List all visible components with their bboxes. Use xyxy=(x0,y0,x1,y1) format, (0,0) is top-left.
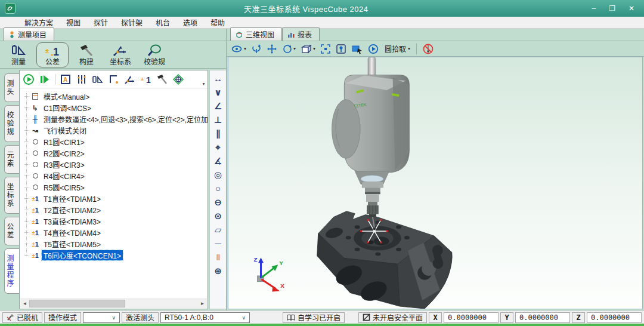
close-button[interactable]: ✕ xyxy=(628,4,634,13)
flatness-icon[interactable]: ▱ xyxy=(212,223,225,236)
ribbon-gauge[interactable]: 校验规 xyxy=(138,42,171,67)
parallelism-icon[interactable]: ∥ xyxy=(212,127,225,140)
menu-probe[interactable]: 探针 xyxy=(87,17,114,28)
minimize-button[interactable]: – xyxy=(592,4,596,13)
tree-item-13[interactable]: ±1T4直径<TDIAM4> xyxy=(22,227,208,238)
menu-machine[interactable]: 机台 xyxy=(149,17,177,28)
ribbon-tolerance[interactable]: ± 1 公差 xyxy=(36,42,69,67)
ribbon-construct[interactable]: 构建 xyxy=(70,42,103,67)
work-plane-icon[interactable] xyxy=(171,72,186,87)
angle-icon[interactable]: ∠ xyxy=(212,100,225,112)
tree-item-4[interactable]: ↝飞行模式关闭 xyxy=(22,125,208,136)
auto-capture-icon[interactable]: A xyxy=(58,72,73,87)
tree-item-15[interactable]: ±1T6同心度<TCONCEN1> xyxy=(22,250,208,261)
tab-measure-project[interactable]: 测量项目 xyxy=(4,27,54,41)
corner-probe-icon[interactable] xyxy=(106,72,122,87)
tol-icon: ±1 xyxy=(30,195,40,202)
pan-move-icon[interactable] xyxy=(265,42,278,56)
op-mode-select[interactable]: ∨ xyxy=(83,312,120,323)
tree-item-2[interactable]: ↳C1回调<MCS> xyxy=(22,102,208,113)
menu-options[interactable]: 选项 xyxy=(177,17,204,28)
cube-view-icon[interactable]: ▾ xyxy=(299,42,317,56)
tol-icon: ±1 xyxy=(30,252,40,259)
locate-pin-icon[interactable] xyxy=(335,42,348,56)
report-icon xyxy=(287,31,295,38)
tree-item-11[interactable]: ±1T2直径<TDIAM2> xyxy=(22,204,208,216)
plus-minus-one-icon[interactable]: ±1 xyxy=(138,72,154,87)
angle-between-icon[interactable]: ∨ xyxy=(212,86,225,99)
axis-y-label: Y xyxy=(279,260,283,266)
tree-item-6[interactable]: R2圆<CIR2> xyxy=(22,147,208,159)
hammer-icon[interactable] xyxy=(154,72,170,87)
tol-icon: ±1 xyxy=(30,218,40,225)
sidetab-elements[interactable]: 元素 xyxy=(4,145,19,174)
measure-tools-icon[interactable] xyxy=(90,72,106,87)
menu-solution[interactable]: 解决方案 xyxy=(18,17,60,28)
window-select-icon[interactable] xyxy=(350,42,364,56)
tree-horizontal-scrollbar[interactable]: ◄ ► xyxy=(20,299,207,308)
mode-icon xyxy=(30,93,40,100)
tree-item-14[interactable]: ±1T5直径<TDIAM5> xyxy=(22,238,208,250)
menu-view[interactable]: 视图 xyxy=(60,17,87,28)
sidetab-coordsys[interactable]: 坐标系 xyxy=(4,177,19,214)
position-icon[interactable]: ⊕ xyxy=(212,265,225,277)
ribbon-measure[interactable]: 测量 xyxy=(2,42,35,67)
magnifier-icon xyxy=(147,44,162,58)
orbit-icon[interactable]: ▾ xyxy=(281,42,297,56)
sidetab-gauge[interactable]: 校验规 xyxy=(4,105,19,142)
menu-help[interactable]: 帮助 xyxy=(204,17,231,28)
axes-arrows-icon xyxy=(113,44,128,58)
scroll-right-icon[interactable]: ► xyxy=(198,301,207,306)
play-circle-icon[interactable] xyxy=(367,42,380,56)
view-eye-icon[interactable]: ▾ xyxy=(230,42,247,56)
tree-item-12[interactable]: ±1T3直径<TDIAM3> xyxy=(22,216,208,227)
maximize-button[interactable]: ❐ xyxy=(609,4,615,13)
circle-icon xyxy=(30,150,40,156)
run-step-icon[interactable] xyxy=(37,72,52,87)
tree-item-9[interactable]: R5圆<CIR5> xyxy=(22,182,208,193)
coord-z-value: 0.0000000 xyxy=(587,312,642,323)
hammer-icon xyxy=(79,44,94,58)
straightness-icon[interactable]: ─ xyxy=(212,237,225,250)
run-program-icon[interactable] xyxy=(21,72,36,87)
runout-icon[interactable]: ⊙ xyxy=(212,210,225,222)
concentricity-icon[interactable]: ◎ xyxy=(212,168,225,181)
scroll-left-icon[interactable]: ◄ xyxy=(20,301,29,306)
perpendicularity-icon[interactable]: ⊥ xyxy=(212,113,225,126)
project-icon xyxy=(9,31,15,38)
distance-icon[interactable]: ↔ xyxy=(212,72,225,85)
position-target-icon[interactable]: ⌖ xyxy=(212,141,225,153)
tree-item-10[interactable]: ±1T1直径<TDIAM1> xyxy=(22,193,208,204)
left-side-tabs: 测头 校验规 元素 坐标系 公差 测量程序 xyxy=(0,70,19,309)
total-runout-icon[interactable]: ⊖ xyxy=(212,196,225,208)
svg-text:A: A xyxy=(63,76,67,83)
scrollbar-thumb[interactable] xyxy=(29,300,125,307)
symmetry-icon[interactable]: ||| xyxy=(212,251,225,263)
sidetab-tolerance[interactable]: 公差 xyxy=(4,217,19,245)
circle-pick-dropdown[interactable]: 圆拾取▾ xyxy=(382,42,411,56)
tree-item-8[interactable]: R4圆<CIR4> xyxy=(22,170,208,182)
program-toolbar: A xyxy=(20,70,208,88)
active-probe-select[interactable]: RT50-1 A:0,B:0∨ xyxy=(160,312,250,323)
probe-disabled-icon[interactable] xyxy=(422,42,435,56)
sidetab-measure-program[interactable]: 测量程序 xyxy=(4,248,19,294)
menu-probe-rack[interactable]: 探针架 xyxy=(114,17,149,28)
tree-item-1[interactable]: 模式<Manual> xyxy=(22,91,208,102)
tree-item-3[interactable]: ╫测量参数逼近<4>,回退<3>,搜索<6>,定位<2>,定位加<2>,测 xyxy=(22,113,208,125)
tree-item-5[interactable]: R1圆<CIR1> xyxy=(22,136,208,147)
program-tree: 模式<Manual>↳C1回调<MCS>╫测量参数逼近<4>,回退<3>,搜索<… xyxy=(20,88,208,298)
sidetab-probe[interactable]: 测头 xyxy=(4,73,19,102)
toolbar-overflow-icon[interactable]: ▾ xyxy=(200,81,207,87)
angularity-icon[interactable]: ∡ xyxy=(212,155,225,167)
tab-3d-view[interactable]: 三维视图 xyxy=(230,27,282,41)
tree-item-7[interactable]: R3圆<CIR3> xyxy=(22,159,208,170)
ribbon-coordsys[interactable]: 坐标系 xyxy=(104,42,137,67)
circularity-icon[interactable]: ○ xyxy=(212,182,225,195)
axes-arrows-icon[interactable] xyxy=(122,72,138,87)
active-probe-label: 激活测头 xyxy=(122,312,159,323)
rotate-view-icon[interactable] xyxy=(250,42,263,56)
viewport-3d[interactable]: TZTEK xyxy=(228,57,643,309)
fit-view-icon[interactable] xyxy=(319,42,332,56)
tab-report[interactable]: 报表 xyxy=(282,27,320,41)
measure-params-icon[interactable] xyxy=(74,72,89,87)
